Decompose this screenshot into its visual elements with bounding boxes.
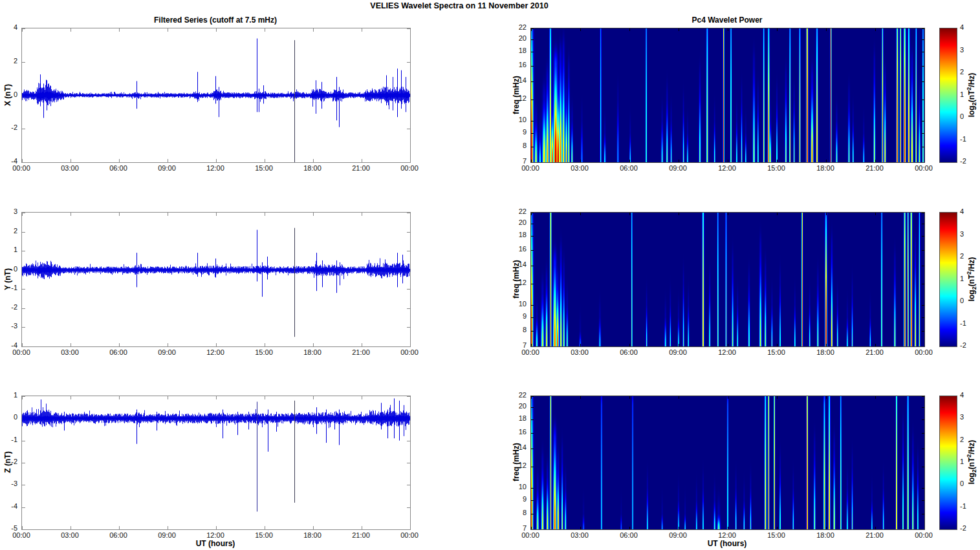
freq-tick-label: 18 — [512, 231, 527, 238]
colorbar-tick-label: -1 — [960, 319, 975, 327]
timeseries-x-panel — [21, 28, 411, 163]
freq-tick-label: 7 — [512, 341, 527, 349]
y-tick-label: 0 — [0, 413, 17, 421]
colorbar-tick-label: -1 — [960, 135, 975, 143]
freq-tick-label: 7 — [512, 524, 527, 532]
x-tick-label: 18:00 — [298, 531, 327, 539]
freq-tick-label: 16 — [512, 428, 527, 436]
y-tick-label: 2 — [0, 227, 17, 235]
colorbar-tick-label: -2 — [960, 157, 975, 165]
colorbar-tick-label: 0 — [960, 297, 975, 304]
x-tick-label: 00:00 — [7, 348, 36, 356]
x-tick-label: 15:00 — [250, 531, 278, 539]
x-tick-label: 00:00 — [395, 348, 424, 356]
timeseries-y-canvas — [22, 213, 410, 346]
colorbar — [939, 212, 957, 347]
y-tick-label: 1 — [0, 246, 17, 253]
spectrogram-z-canvas — [531, 396, 924, 529]
x-tick-label: 00:00 — [909, 348, 938, 356]
colorbar-label-sup: 2 — [966, 87, 972, 90]
x-tick-label: 03:00 — [565, 531, 594, 539]
y-tick-label: 3 — [0, 207, 17, 215]
left-column-title: Filtered Series (cutoff at 7.5 mHz) — [21, 16, 409, 25]
x-tick-label: 03:00 — [565, 164, 594, 172]
x-tick-label: 00:00 — [516, 348, 545, 356]
colorbar-tick-label: -2 — [960, 524, 975, 532]
x-tick-label: 15:00 — [762, 164, 790, 172]
colorbar-tick-label: 0 — [960, 480, 975, 487]
x-tick-label: 03:00 — [56, 164, 84, 172]
x-tick-label: 03:00 — [56, 531, 84, 539]
freq-tick-label: 12 — [512, 461, 527, 469]
freq-tick-label: 18 — [512, 414, 527, 422]
y-tick-label: -5 — [0, 524, 17, 532]
y-tick-label: -4 — [0, 157, 17, 165]
y-tick-label: 2 — [0, 57, 17, 65]
x-tick-label: 06:00 — [104, 348, 133, 356]
y-tick-label: -4 — [0, 502, 17, 510]
x-tick-label: 00:00 — [395, 164, 424, 172]
colorbar-tick-label: 4 — [960, 391, 975, 399]
timeseries-z-canvas — [22, 396, 410, 529]
x-tick-label: 06:00 — [615, 164, 643, 172]
colorbar — [939, 396, 957, 530]
figure-title: VELIES Wavelet Spectra on 11 November 20… — [0, 1, 919, 10]
freq-tick-label: 22 — [512, 23, 527, 31]
x-tick-label: 18:00 — [811, 164, 840, 172]
x-tick-label: 00:00 — [516, 531, 545, 539]
x-tick-label: 09:00 — [664, 348, 692, 356]
colorbar-tick-label: 4 — [960, 23, 975, 31]
y-tick-label: -1 — [0, 284, 17, 291]
freq-tick-label: 16 — [512, 245, 527, 253]
x-tick-label: 15:00 — [250, 348, 278, 356]
x-tick-label: 00:00 — [516, 164, 545, 172]
spectrogram-x-panel — [530, 28, 925, 163]
spectrogram-y-panel — [530, 212, 925, 347]
x-tick-label: 12:00 — [713, 348, 741, 356]
colorbar-tick-label: 1 — [960, 90, 975, 98]
x-axis-label-left: UT (hours) — [21, 539, 409, 548]
spectrogram-y-canvas — [531, 213, 924, 346]
freq-tick-label: 22 — [512, 207, 527, 215]
colorbar-tick-label: 2 — [960, 68, 975, 76]
freq-tick-label: 20 — [512, 34, 527, 42]
freq-tick-label: 8 — [512, 142, 527, 149]
timeseries-z-panel — [21, 396, 411, 530]
x-tick-label: 03:00 — [56, 348, 84, 356]
colorbar-tick-label: 1 — [960, 275, 975, 282]
freq-tick-label: 16 — [512, 61, 527, 69]
colorbar — [939, 28, 957, 163]
y-tick-label: -3 — [0, 480, 17, 487]
x-tick-label: 21:00 — [347, 348, 375, 356]
colorbar-tick-label: 2 — [960, 436, 975, 443]
freq-tick-label: 7 — [512, 157, 527, 165]
freq-tick-label: 9 — [512, 312, 527, 320]
freq-tick-label: 20 — [512, 218, 527, 226]
freq-tick-label: 10 — [512, 300, 527, 308]
colorbar-label-sub: 2 — [971, 286, 977, 290]
x-tick-label: 12:00 — [713, 531, 741, 539]
x-tick-label: 18:00 — [298, 348, 327, 356]
timeseries-x-canvas — [22, 28, 410, 162]
y-tick-label: -3 — [0, 322, 17, 330]
y-tick-label: 1 — [0, 391, 17, 399]
freq-tick-label: 22 — [512, 391, 527, 399]
freq-tick-label: 12 — [512, 94, 527, 102]
timeseries-y-panel — [21, 212, 411, 347]
x-tick-label: 03:00 — [565, 348, 594, 356]
colorbar-tick-label: 3 — [960, 230, 975, 238]
x-tick-label: 09:00 — [153, 164, 181, 172]
x-tick-label: 18:00 — [811, 531, 840, 539]
colorbar-tick-label: -1 — [960, 502, 975, 510]
colorbar-label-sup: 2 — [966, 271, 972, 275]
x-tick-label: 18:00 — [298, 164, 327, 172]
freq-tick-label: 8 — [512, 509, 527, 516]
spectrogram-z-panel — [530, 396, 925, 530]
freq-tick-label: 10 — [512, 116, 527, 123]
colorbar-tick-label: 0 — [960, 112, 975, 120]
x-tick-label: 06:00 — [104, 531, 133, 539]
colorbar-tick-label: -2 — [960, 341, 975, 349]
colorbar-tick-label: 2 — [960, 252, 975, 260]
x-tick-label: 12:00 — [201, 348, 230, 356]
x-tick-label: 21:00 — [860, 164, 889, 172]
